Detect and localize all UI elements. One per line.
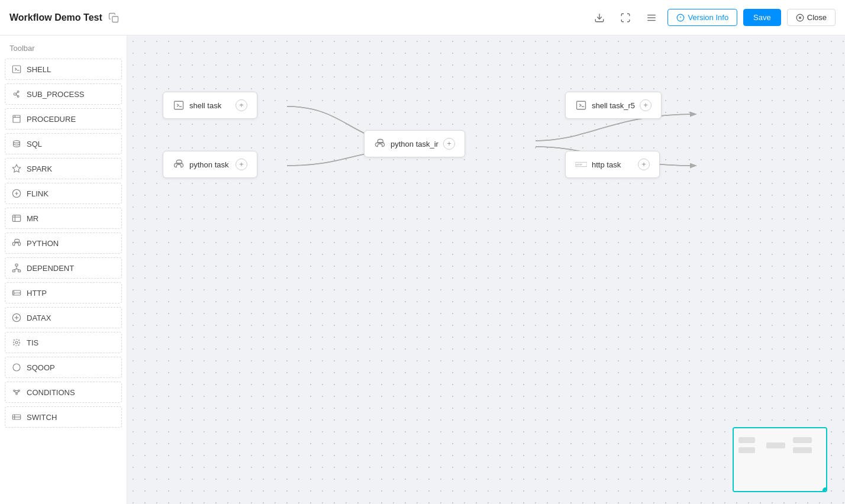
shell-task-icon <box>173 99 185 111</box>
conditions-icon <box>11 387 22 398</box>
spark-icon <box>11 163 22 174</box>
svg-point-13 <box>14 93 16 95</box>
sidebar-item-tis[interactable]: TIS <box>5 332 122 353</box>
node-shell-task-r5[interactable]: shell task_r5 + <box>565 92 662 119</box>
save-button[interactable]: Save <box>743 9 781 26</box>
python-task-ir-label: python task_ir <box>391 140 438 148</box>
svg-line-31 <box>17 269 20 270</box>
datax-icon <box>11 312 22 323</box>
svg-point-42 <box>18 390 20 392</box>
http-task-label: http task <box>592 160 633 169</box>
minimap <box>733 427 827 492</box>
svg-rect-27 <box>12 270 15 272</box>
sidebar-item-label-mr: MR <box>27 214 38 223</box>
svg-line-45 <box>14 392 17 393</box>
svg-rect-18 <box>13 115 20 122</box>
sidebar-item-label-conditions: CONDITIONS <box>27 388 75 397</box>
version-info-button[interactable]: Version Info <box>667 9 737 26</box>
svg-point-21 <box>14 141 20 143</box>
svg-rect-26 <box>15 264 18 266</box>
svg-line-30 <box>14 269 17 270</box>
procedure-icon <box>11 114 22 124</box>
sidebar: Toolbar SHELL SUB_PROCESS PROCEDURE <box>0 35 127 504</box>
node-shell-task[interactable]: shell task + <box>163 92 257 119</box>
svg-marker-22 <box>12 164 20 172</box>
mr-icon <box>11 213 22 224</box>
header-right: Version Info Save Close <box>589 9 836 26</box>
sidebar-item-label-subprocess: SUB_PROCESS <box>27 90 85 99</box>
svg-line-16 <box>16 92 17 94</box>
sidebar-item-shell[interactable]: SHELL <box>5 59 122 80</box>
download-button[interactable] <box>589 10 609 25</box>
svg-point-41 <box>14 390 15 392</box>
dependent-icon <box>11 263 22 273</box>
shell-task-r5-add-btn[interactable]: + <box>640 99 652 111</box>
svg-rect-0 <box>112 16 118 22</box>
svg-point-40 <box>13 364 20 371</box>
svg-rect-23 <box>12 215 20 222</box>
python-task-label: python task <box>189 160 231 169</box>
fullscreen-button[interactable] <box>615 10 636 25</box>
shell-task-add-btn[interactable]: + <box>236 99 247 111</box>
svg-line-17 <box>16 94 17 96</box>
sidebar-item-http[interactable]: HTTP HTTP <box>5 282 122 303</box>
python-task-ir-icon <box>374 138 386 150</box>
sidebar-item-mr[interactable]: MR <box>5 208 122 229</box>
sidebar-item-datax[interactable]: DATAX <box>5 307 122 328</box>
sidebar-item-spark[interactable]: SPARK <box>5 158 122 179</box>
close-button[interactable]: Close <box>787 9 836 26</box>
shell-icon <box>11 64 22 75</box>
workflow-title: Workflow Demo Test <box>9 12 102 23</box>
switch-icon <box>11 412 22 422</box>
minimap-inner <box>734 428 826 491</box>
svg-text:HTTP: HTTP <box>576 163 582 166</box>
subprocess-icon <box>11 89 22 99</box>
sidebar-item-label-flink: FLINK <box>27 189 49 198</box>
sidebar-item-label-http: HTTP <box>27 289 47 298</box>
sidebar-item-label-switch: SWITCH <box>27 413 57 422</box>
sidebar-item-flink[interactable]: FLINK <box>5 183 122 204</box>
header: Workflow Demo Test <box>0 0 845 35</box>
copy-icon[interactable] <box>108 12 119 23</box>
svg-point-39 <box>14 340 20 346</box>
python-icon <box>11 238 22 248</box>
sidebar-item-python[interactable]: PYTHON <box>5 232 122 254</box>
minimap-handle[interactable] <box>823 487 827 492</box>
http-task-add-btn[interactable]: + <box>638 159 650 170</box>
sidebar-item-dependent[interactable]: DEPENDENT <box>5 257 122 279</box>
sidebar-item-label-shell: SHELL <box>27 65 51 74</box>
sidebar-item-switch[interactable]: SWITCH <box>5 406 122 428</box>
sidebar-item-label-tis: TIS <box>27 338 38 347</box>
sidebar-item-conditions[interactable]: CONDITIONS <box>5 382 122 403</box>
sidebar-item-label-sqoop: SQOOP <box>27 363 55 372</box>
svg-point-38 <box>15 341 18 344</box>
python-task-ir-add-btn[interactable]: + <box>443 138 455 150</box>
settings-button[interactable] <box>641 10 662 25</box>
python-task-add-btn[interactable]: + <box>236 159 247 170</box>
main-layout: Toolbar SHELL SUB_PROCESS PROCEDURE <box>0 35 845 504</box>
sidebar-item-label-dependent: DEPENDENT <box>27 264 74 273</box>
http-icon: HTTP <box>11 287 22 298</box>
sidebar-item-label-spark: SPARK <box>27 164 52 173</box>
header-left: Workflow Demo Test <box>9 12 119 23</box>
sidebar-item-subprocess[interactable]: SUB_PROCESS <box>5 83 122 105</box>
python-task-icon <box>173 159 185 170</box>
node-http-task[interactable]: HTTP http task + <box>565 151 660 178</box>
tis-icon <box>11 337 22 348</box>
sqoop-icon <box>11 362 22 373</box>
sidebar-item-label-sql: SQL <box>27 140 42 148</box>
svg-line-46 <box>17 392 19 393</box>
node-python-task[interactable]: python task + <box>163 151 257 178</box>
http-task-icon: HTTP <box>575 159 587 170</box>
svg-point-43 <box>16 393 18 395</box>
node-python-task-ir[interactable]: python task_ir + <box>364 130 465 157</box>
sidebar-item-procedure[interactable]: PROCEDURE <box>5 108 122 130</box>
sidebar-item-sql[interactable]: SQL <box>5 133 122 154</box>
svg-rect-28 <box>18 270 21 272</box>
shell-task-r5-icon <box>575 99 587 111</box>
sidebar-item-sqoop[interactable]: SQOOP <box>5 357 122 378</box>
flink-icon <box>11 188 22 199</box>
shell-task-label: shell task <box>189 101 231 110</box>
sidebar-title: Toolbar <box>5 41 122 59</box>
workflow-canvas[interactable]: shell task + python task + python task_i… <box>127 35 845 504</box>
